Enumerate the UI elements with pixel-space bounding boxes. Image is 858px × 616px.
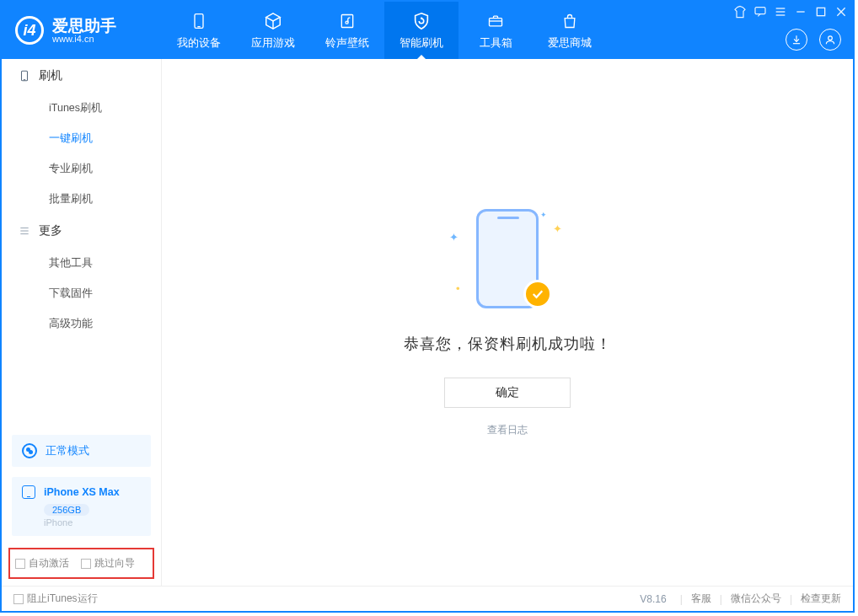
ok-button[interactable]: 确定: [444, 378, 571, 408]
flash-options-highlight: 自动激活 跳过向导: [8, 548, 154, 579]
svg-rect-6: [755, 8, 765, 14]
check-update-link[interactable]: 检查更新: [801, 592, 841, 606]
sidebar-group-flash[interactable]: 刷机: [2, 59, 161, 93]
cube-icon: [263, 11, 283, 31]
svg-point-5: [829, 36, 833, 40]
sidebar-group-more[interactable]: 更多: [2, 214, 161, 248]
checkbox-auto-activate[interactable]: 自动激活: [15, 556, 69, 570]
nav-store[interactable]: 爱思商城: [533, 2, 607, 59]
version-label: V8.16: [640, 593, 666, 605]
downloads-button[interactable]: [786, 29, 807, 51]
statusbar: 阻止iTunes运行 V8.16 | 客服 | 微信公众号 | 检查更新: [2, 586, 853, 611]
device-capacity-badge: 256GB: [44, 504, 89, 516]
skin-icon[interactable]: [733, 5, 747, 19]
phone-small-icon: [22, 485, 35, 499]
nav-my-device[interactable]: 我的设备: [162, 2, 236, 59]
top-nav: 我的设备 应用游戏 铃声壁纸 智能刷机 工具箱 爱思商城: [162, 2, 607, 59]
feedback-icon[interactable]: [753, 5, 767, 19]
device-type: iPhone: [44, 517, 141, 528]
success-illustration: ✦✦•✦: [444, 207, 571, 317]
body: 刷机 iTunes刷机 一键刷机 专业刷机 批量刷机 更多 其他工具 下载固件 …: [2, 59, 853, 586]
device-mode-label: 正常模式: [46, 444, 89, 458]
svg-point-3: [346, 21, 348, 24]
bag-icon: [560, 11, 580, 31]
sidebar-item-batch-flash[interactable]: 批量刷机: [2, 184, 161, 214]
sidebar-item-onekey-flash[interactable]: 一键刷机: [2, 123, 161, 153]
maximize-button[interactable]: [814, 5, 828, 19]
sidebar-item-other-tools[interactable]: 其他工具: [2, 248, 161, 278]
svg-rect-11: [817, 8, 824, 15]
sidebar-item-pro-flash[interactable]: 专业刷机: [2, 153, 161, 184]
brand-logo[interactable]: i4 爱思助手 www.i4.cn: [2, 2, 162, 59]
mode-icon: [22, 443, 37, 458]
sidebar-item-itunes-flash[interactable]: iTunes刷机: [2, 93, 161, 123]
nav-apps-games[interactable]: 应用游戏: [236, 2, 310, 59]
window-controls: [733, 5, 848, 19]
device-name: iPhone XS Max: [44, 486, 120, 498]
success-message: 恭喜您，保资料刷机成功啦！: [404, 334, 612, 354]
titlebar: i4 爱思助手 www.i4.cn 我的设备 应用游戏 铃声壁纸 智能刷机: [2, 2, 853, 59]
svg-rect-0: [195, 13, 203, 28]
phone-icon: [189, 11, 209, 31]
list-icon: [19, 225, 30, 237]
nav-ringtones-wallpapers[interactable]: 铃声壁纸: [310, 2, 384, 59]
checkbox-block-itunes[interactable]: 阻止iTunes运行: [13, 592, 98, 606]
main-panel: ✦✦•✦ 恭喜您，保资料刷机成功啦！ 确定 查看日志: [162, 59, 853, 586]
nav-smart-flash[interactable]: 智能刷机: [384, 2, 458, 59]
device-mode-card[interactable]: 正常模式: [12, 435, 151, 467]
sidebar-item-advanced[interactable]: 高级功能: [2, 308, 161, 339]
account-button[interactable]: [819, 29, 841, 51]
menu-icon[interactable]: [774, 5, 787, 19]
phone-outline-icon: [19, 68, 30, 83]
sidebar: 刷机 iTunes刷机 一键刷机 专业刷机 批量刷机 更多 其他工具 下载固件 …: [2, 59, 162, 586]
sidebar-item-download-firmware[interactable]: 下载固件: [2, 278, 161, 308]
close-button[interactable]: [834, 5, 848, 19]
music-note-icon: [337, 11, 357, 31]
wechat-link[interactable]: 微信公众号: [731, 592, 781, 606]
support-link[interactable]: 客服: [691, 592, 711, 606]
svg-rect-14: [22, 71, 28, 81]
minimize-button[interactable]: [794, 5, 807, 19]
view-log-link[interactable]: 查看日志: [487, 423, 528, 437]
header-right-buttons: [786, 29, 841, 51]
svg-rect-4: [490, 18, 502, 25]
shield-refresh-icon: [411, 11, 432, 31]
device-card[interactable]: iPhone XS Max 256GB iPhone: [12, 477, 151, 536]
logo-icon: i4: [15, 16, 44, 45]
checkbox-skip-guide[interactable]: 跳过向导: [81, 556, 135, 570]
nav-toolbox[interactable]: 工具箱: [458, 2, 533, 59]
check-badge-icon: [523, 280, 552, 308]
brand-name: 爱思助手: [52, 18, 116, 34]
toolbox-icon: [485, 11, 506, 31]
brand-url: www.i4.cn: [52, 34, 116, 44]
app-window: i4 爱思助手 www.i4.cn 我的设备 应用游戏 铃声壁纸 智能刷机: [0, 0, 855, 613]
